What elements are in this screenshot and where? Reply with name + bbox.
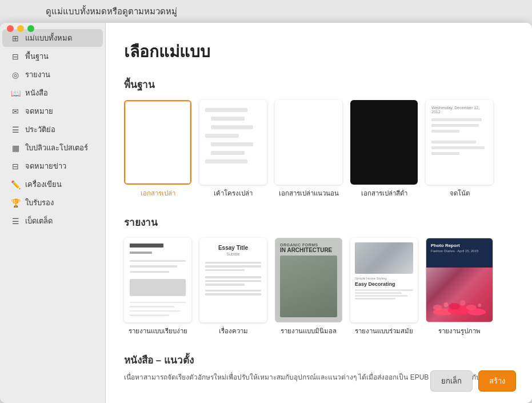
sidebar-label-book: หนังสือ [25, 87, 48, 99]
note-line [431, 118, 482, 121]
sidebar-label-stationery: เครื่องเขียน [25, 178, 62, 190]
sr-line [130, 260, 186, 262]
sidebar-label-newsletter: จดหมายข่าว [25, 160, 66, 172]
stationery-icon: ✏️ [10, 179, 21, 190]
sidebar-item-basic[interactable]: ⊟ พื้นฐาน [2, 47, 103, 65]
template-thumb-essay: Essay Title Subtitle [199, 238, 267, 322]
sidebar-item-flyer[interactable]: ▦ ใบปลิวและโปสเตอร์ [2, 139, 103, 157]
organic-inner: ORGANIC FORMS IN ARCHITECTURE [275, 238, 342, 322]
basic-icon: ⊟ [10, 51, 21, 62]
template-essay[interactable]: Essay Title Subtitle เรื่องควา [199, 238, 267, 336]
sr-img [130, 279, 186, 296]
sr-line [130, 302, 186, 304]
essay-title: Essay Title [205, 245, 261, 251]
sidebar-label-certificate: ใบรับรอง [25, 197, 54, 209]
report-templates-grid: รายงานแบบเรียบง่าย Essay Title Subtitle [124, 238, 514, 336]
pr-report-title: Photo Report [431, 243, 488, 248]
template-organic[interactable]: ORGANIC FORMS IN ARCHITECTURE รายงานแบบม… [275, 238, 342, 336]
dec-line [355, 295, 407, 297]
tooltip-text: ดูแม่แบบทั้งหมดหรือดูตามหมวดหมู่ [46, 5, 177, 18]
resume-icon: ☰ [10, 125, 21, 135]
dec-line [355, 298, 395, 300]
org-img [280, 256, 337, 317]
maximize-button[interactable] [27, 25, 34, 32]
template-thumb-outline [199, 100, 267, 185]
main-window: ⊞ แม่แบบทั้งหมด ⊟ พื้นฐาน ◎ รายงาน 📖 หนั… [0, 23, 532, 403]
minimize-button[interactable] [17, 25, 24, 32]
sidebar-item-resume[interactable]: ☰ ประวัติย่อ [2, 121, 103, 138]
template-thumb-organic: ORGANIC FORMS IN ARCHITECTURE [275, 238, 342, 322]
simple-report-inner [125, 239, 190, 321]
org-title: ORGANIC FORMS [280, 243, 337, 247]
note-line [431, 152, 459, 155]
svg-point-7 [460, 300, 466, 306]
outline-line [211, 117, 245, 121]
fish-svg [426, 290, 493, 316]
outline-line [205, 108, 247, 112]
svg-point-3 [433, 305, 442, 310]
sidebar-item-letter[interactable]: ✉ จดหมาย [2, 102, 103, 120]
sidebar-item-misc[interactable]: ☰ เบ็ดเตล็ด [2, 212, 103, 230]
sidebar-label-report: รายงาน [25, 69, 50, 81]
template-name-black: เอกสารเปล่าสีดำ [361, 188, 407, 198]
sidebar-item-certificate[interactable]: 🏆 ใบรับรอง [2, 194, 103, 212]
template-name-simple-report: รายงานแบบเรียบง่าย [129, 326, 187, 336]
outline-line [211, 151, 245, 155]
sidebar: ⊞ แม่แบบทั้งหมด ⊟ พื้นฐาน ◎ รายงาน 📖 หนั… [0, 23, 106, 403]
template-note[interactable]: Wednesday, December 12, 2012 จดโน้ต [426, 100, 493, 198]
basic-templates-grid: เอกสารเปล่า เค้าโครงเปล่า [124, 100, 514, 198]
sr-line [130, 310, 180, 312]
sidebar-item-stationery[interactable]: ✏️ เครื่องเขียน [2, 175, 103, 193]
template-outline[interactable]: เค้าโครงเปล่า [199, 100, 267, 198]
svg-point-5 [466, 305, 477, 310]
note-date: Wednesday, December 12, 2012 [431, 106, 487, 114]
decorating-inner: Simple Home Styling Easy Decorating [351, 239, 417, 321]
template-name-photo-report: รายงานรูปภาพ [438, 326, 481, 336]
essay-subtitle: Subtitle [205, 252, 261, 256]
sr-line [130, 271, 169, 273]
sidebar-label-flyer: ใบปลิวและโปสเตอร์ [25, 142, 88, 154]
template-decorating[interactable]: Simple Home Styling Easy Decorating รายง… [350, 238, 418, 336]
template-thumb-note: Wednesday, December 12, 2012 [426, 100, 493, 185]
template-thumb-landscape [275, 100, 342, 185]
sidebar-label-resume: ประวัติย่อ [25, 123, 55, 135]
template-name-landscape: เอกสารเปล่าแนวนอน [279, 188, 339, 198]
template-blank-landscape[interactable]: เอกสารเปล่าแนวนอน [275, 100, 342, 198]
template-black[interactable]: เอกสารเปล่าสีดำ [350, 100, 418, 198]
create-button[interactable]: สร้าง [478, 370, 516, 392]
note-line [431, 141, 476, 143]
close-button[interactable] [7, 25, 14, 32]
book-section-title: หนังสือ – แนวตั้ง [124, 352, 514, 368]
outline-line [211, 125, 253, 129]
sidebar-item-report[interactable]: ◎ รายงาน [2, 66, 103, 83]
cancel-button[interactable]: ยกเล็ก [430, 370, 473, 392]
template-photo-report[interactable]: Photo Report Fashion Diaries · April 15,… [426, 238, 493, 336]
template-name-organic: รายงานแบบมินิมอล [281, 326, 337, 336]
template-thumb-black [350, 100, 418, 185]
certificate-icon: 🏆 [10, 198, 21, 208]
template-thumb-blank [124, 100, 191, 185]
outline-inner [201, 101, 266, 183]
sr-subtitle [130, 252, 152, 254]
template-thumb-simple-report [124, 238, 191, 322]
sr-line [130, 314, 169, 316]
dec-img [355, 242, 413, 274]
sidebar-label-all: แม่แบบทั้งหมด [25, 32, 72, 44]
essay-line [205, 280, 261, 282]
template-simple-report[interactable]: รายงานแบบเรียบง่าย [124, 238, 191, 336]
dec-line [355, 292, 402, 294]
book-icon: 📖 [10, 88, 21, 98]
essay-line [205, 262, 261, 264]
pr-fish-illustration [426, 274, 493, 316]
template-blank[interactable]: เอกสารเปล่า [124, 100, 191, 198]
pr-report-subtitle: Fashion Diaries · April 15, 2015 [431, 249, 488, 253]
blank-inner [125, 101, 190, 183]
sidebar-item-newsletter[interactable]: ⊟ จดหมายข่าว [2, 157, 103, 175]
essay-inner: Essay Title Subtitle [201, 239, 266, 321]
sidebar-item-book[interactable]: 📖 หนังสือ [2, 84, 103, 102]
grid-icon: ⊞ [10, 33, 21, 43]
dec-tag: Simple Home Styling [355, 277, 413, 280]
template-name-outline: เค้าโครงเปล่า [214, 188, 253, 198]
section-title-basic: พื้นฐาน [124, 77, 514, 92]
sidebar-label-letter: จดหมาย [25, 105, 53, 117]
